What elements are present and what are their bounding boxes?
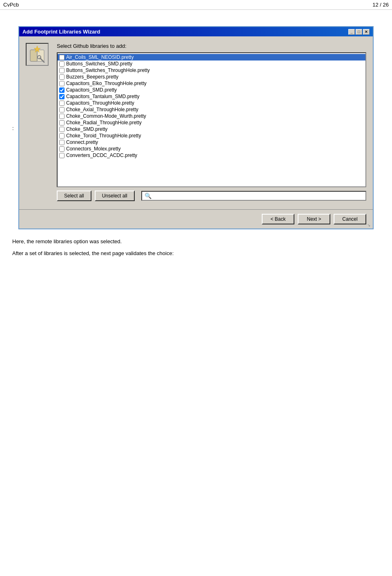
library-checkbox[interactable] <box>59 94 65 99</box>
library-checkbox[interactable] <box>59 153 65 158</box>
list-item[interactable]: Choke_Toroid_ThroughHole.pretty <box>58 132 365 139</box>
library-checkbox[interactable] <box>59 87 65 93</box>
library-checkbox[interactable] <box>59 101 65 106</box>
library-name: Connect.pretty <box>66 139 98 145</box>
list-item[interactable]: Capacitors_Elko_ThroughHole.pretty <box>58 80 365 87</box>
dialog-titlebar: Add Footprint Libraries Wizard _ □ ✕ <box>19 27 373 36</box>
left-bar-decoration: : <box>12 125 14 131</box>
list-item[interactable]: Capacitors_SMD.pretty <box>58 87 365 93</box>
library-checkbox[interactable] <box>59 68 65 73</box>
library-checkbox[interactable] <box>59 114 65 119</box>
library-name: Capacitors_Tantalum_SMD.pretty <box>66 94 139 99</box>
dialog-instruction: Select Github libraries to add: <box>57 43 366 49</box>
library-listbox[interactable]: Air_Coils_SML_NEOSID.prettyButtons_Switc… <box>57 52 366 187</box>
library-name: Capacitors_ThroughHole.pretty <box>66 100 134 106</box>
library-name: Choke_SMD.pretty <box>66 126 107 132</box>
search-input[interactable] <box>153 193 363 199</box>
dialog-main: Select Github libraries to add: Air_Coil… <box>57 43 366 201</box>
library-name: Buzzers_Beepers.pretty <box>66 74 118 80</box>
library-name: Buttons_Switches_ThroughHole.pretty <box>66 67 150 73</box>
list-item[interactable]: Connect.pretty <box>58 139 365 146</box>
list-item[interactable]: Buttons_Switches_ThroughHole.pretty <box>58 67 365 74</box>
nav-row: < Back Next > Cancel <box>19 209 373 229</box>
library-checkbox[interactable] <box>59 55 65 60</box>
library-name: Connectors_Molex.pretty <box>66 146 120 152</box>
unselect-all-button[interactable]: Unselect all <box>95 191 135 201</box>
body-line1: Here, the remote libraries option was se… <box>12 238 380 246</box>
search-icon: 🔍 <box>145 193 151 199</box>
library-checkbox[interactable] <box>59 146 65 152</box>
close-button[interactable]: ✕ <box>363 29 370 35</box>
library-checkbox[interactable] <box>59 81 65 86</box>
back-button[interactable]: < Back <box>262 214 294 224</box>
library-name: Capacitors_Elko_ThroughHole.pretty <box>66 81 147 86</box>
dialog-title: Add Footprint Libraries Wizard <box>22 29 100 35</box>
list-item[interactable]: Choke_Axial_ThroughHole.pretty <box>58 106 365 113</box>
dialog-body: Select Github libraries to add: Air_Coil… <box>19 36 373 208</box>
next-button[interactable]: Next > <box>298 214 330 224</box>
select-all-button[interactable]: Select all <box>57 191 91 201</box>
resize-handle[interactable]: ↘ <box>367 223 372 228</box>
body-line2: After a set of libraries is selected, th… <box>12 249 380 258</box>
library-name: Choke_Common-Mode_Wurth.pretty <box>66 113 146 119</box>
library-checkbox[interactable] <box>59 133 65 139</box>
list-item[interactable]: Capacitors_ThroughHole.pretty <box>58 100 365 106</box>
library-checkbox[interactable] <box>59 120 65 126</box>
list-item[interactable]: Capacitors_Tantalum_SMD.pretty <box>58 93 365 100</box>
library-name: Choke_Axial_ThroughHole.pretty <box>66 107 138 112</box>
cancel-button[interactable]: Cancel <box>334 214 366 224</box>
search-box[interactable]: 🔍 <box>141 191 366 201</box>
library-name: Capacitors_SMD.pretty <box>66 87 117 93</box>
library-checkbox[interactable] <box>59 127 65 132</box>
list-item[interactable]: Air_Coils_SML_NEOSID.pretty <box>58 54 365 61</box>
library-checkbox[interactable] <box>59 74 65 80</box>
list-item[interactable]: Choke_Common-Mode_Wurth.pretty <box>58 113 365 119</box>
list-item[interactable]: Choke_Radial_ThroughHole.pretty <box>58 119 365 126</box>
body-text: Here, the remote libraries option was se… <box>12 238 380 258</box>
library-name: Choke_Toroid_ThroughHole.pretty <box>66 133 141 139</box>
wizard-icon-area <box>26 43 50 201</box>
content-area: : Add Footprint Libraries Wizard _ □ ✕ <box>0 10 392 269</box>
add-footprint-dialog: Add Footprint Libraries Wizard _ □ ✕ <box>18 26 374 229</box>
minimize-button[interactable]: _ <box>348 29 355 35</box>
list-item[interactable]: Choke_SMD.pretty <box>58 126 365 132</box>
library-checkbox[interactable] <box>59 140 65 145</box>
page-header: CvPcb 12 / 26 <box>0 0 392 10</box>
wizard-icon <box>26 43 49 66</box>
library-name: Choke_Radial_ThroughHole.pretty <box>66 120 142 126</box>
list-item[interactable]: Converters_DCDC_ACDC.pretty <box>58 152 365 159</box>
wizard-icon-svg <box>27 44 47 65</box>
list-item[interactable]: Buzzers_Beepers.pretty <box>58 74 365 80</box>
dialog-wrapper: : Add Footprint Libraries Wizard _ □ ✕ <box>12 26 380 229</box>
list-item[interactable]: Buttons_Switches_SMD.pretty <box>58 61 365 67</box>
library-name: Buttons_Switches_SMD.pretty <box>66 61 132 67</box>
library-checkbox[interactable] <box>59 61 65 67</box>
page-info: 12 / 26 <box>372 2 389 8</box>
maximize-button[interactable]: □ <box>356 29 362 35</box>
app-name: CvPcb <box>3 2 19 8</box>
bottom-controls: Select all Unselect all 🔍 <box>57 191 366 201</box>
library-checkbox[interactable] <box>59 107 65 112</box>
library-name: Air_Coils_SML_NEOSID.pretty <box>66 54 134 60</box>
library-name: Converters_DCDC_ACDC.pretty <box>66 152 137 158</box>
titlebar-controls: _ □ ✕ <box>348 29 370 35</box>
list-item[interactable]: Connectors_Molex.pretty <box>58 146 365 152</box>
